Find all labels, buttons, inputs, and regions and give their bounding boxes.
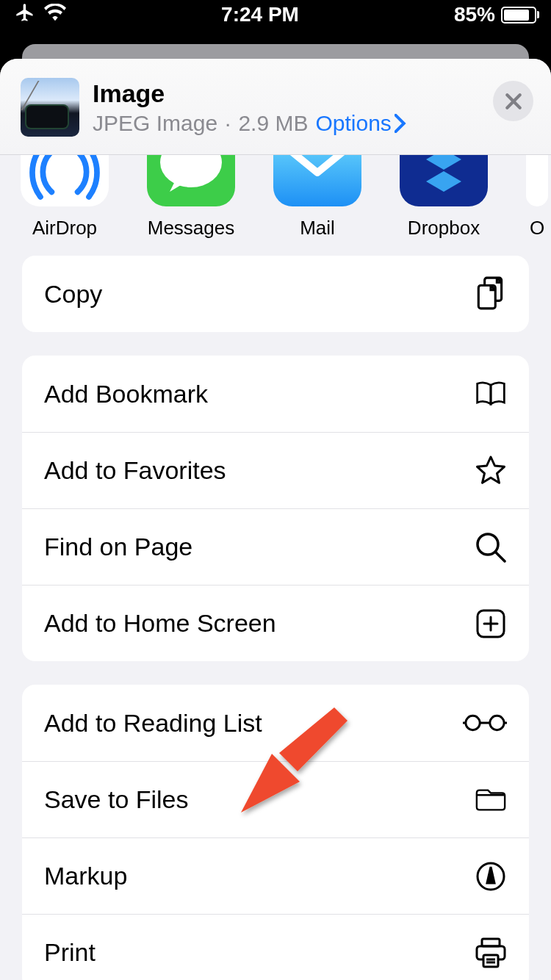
- share-filesize: 2.9 MB: [238, 111, 308, 136]
- mail-icon: [273, 155, 361, 206]
- action-add-bookmark[interactable]: Add Bookmark: [22, 356, 529, 432]
- action-label: Add to Favorites: [44, 456, 226, 485]
- action-find-on-page[interactable]: Find on Page: [22, 508, 529, 585]
- airdrop-icon: [21, 155, 109, 206]
- dropbox-icon: [400, 155, 488, 206]
- action-label: Add to Reading List: [44, 709, 262, 738]
- markup-icon: [475, 861, 507, 892]
- book-icon: [475, 379, 507, 408]
- app-label: Mail: [300, 217, 335, 239]
- copy-icon: [475, 276, 507, 311]
- action-print[interactable]: Print: [22, 914, 529, 980]
- action-label: Find on Page: [44, 533, 192, 561]
- messages-icon: [147, 155, 235, 206]
- action-add-favorites[interactable]: Add to Favorites: [22, 432, 529, 508]
- share-sheet: Image JPEG Image · 2.9 MB Options AirDro…: [0, 59, 551, 980]
- action-add-home-screen[interactable]: Add to Home Screen: [22, 585, 529, 661]
- battery-percent: 85%: [454, 3, 495, 26]
- action-label: Print: [44, 938, 96, 967]
- share-filetype: JPEG Image: [93, 111, 217, 136]
- share-header: Image JPEG Image · 2.9 MB Options: [0, 59, 551, 155]
- share-options-link[interactable]: Options: [315, 111, 406, 136]
- battery-icon: [501, 7, 536, 24]
- action-add-reading-list[interactable]: Add to Reading List: [22, 685, 529, 761]
- close-icon: [504, 92, 523, 111]
- glasses-icon: [463, 713, 507, 733]
- app-label: O: [530, 217, 544, 239]
- action-label: Add Bookmark: [44, 380, 208, 408]
- app-mail[interactable]: Mail: [273, 155, 361, 239]
- app-dropbox[interactable]: Dropbox: [400, 155, 488, 239]
- action-label: Add to Home Screen: [44, 609, 276, 638]
- app-partial-icon: [526, 155, 548, 206]
- action-markup[interactable]: Markup: [22, 837, 529, 914]
- action-label: Markup: [44, 862, 127, 890]
- app-next-partial[interactable]: O: [526, 155, 548, 239]
- share-thumbnail: [21, 78, 79, 137]
- action-copy[interactable]: Copy: [22, 256, 529, 332]
- share-title: Image: [93, 79, 406, 108]
- app-airdrop[interactable]: AirDrop: [21, 155, 109, 239]
- wifi-icon: [44, 3, 66, 26]
- action-label: Copy: [44, 280, 102, 309]
- folder-icon: [475, 787, 507, 813]
- svg-point-5: [466, 716, 480, 729]
- app-messages[interactable]: Messages: [147, 155, 235, 239]
- search-icon: [475, 531, 507, 563]
- star-icon: [475, 455, 507, 487]
- action-save-to-files[interactable]: Save to Files: [22, 761, 529, 837]
- app-label: AirDrop: [32, 217, 97, 239]
- action-label: Save to Files: [44, 785, 189, 814]
- app-label: Dropbox: [408, 217, 480, 239]
- printer-icon: [475, 937, 507, 968]
- plus-square-icon: [475, 608, 507, 639]
- svg-point-6: [490, 716, 504, 729]
- app-label: Messages: [148, 217, 235, 239]
- airplane-mode-icon: [15, 2, 35, 28]
- svg-point-0: [160, 155, 222, 187]
- close-button[interactable]: [493, 81, 533, 121]
- app-share-row[interactable]: AirDrop Messages Mail Dropbox O: [0, 155, 551, 256]
- status-time: 7:24 PM: [221, 3, 299, 26]
- svg-rect-10: [483, 955, 498, 967]
- status-bar: 7:24 PM 85%: [0, 0, 551, 29]
